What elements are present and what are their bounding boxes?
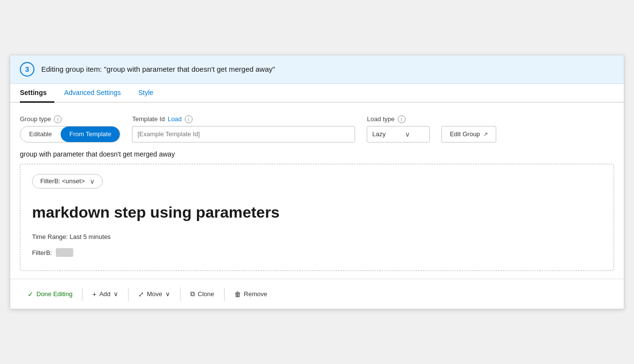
group-type-field: Group type i Editable From Template	[20, 115, 120, 142]
time-range: Time Range: Last 5 minutes	[32, 233, 602, 240]
controls-row: Group type i Editable From Template Temp…	[20, 112, 614, 142]
move-chevron-icon: ∨	[165, 290, 170, 298]
done-editing-button[interactable]: ✓ Done Editing	[20, 286, 80, 302]
edit-group-field: Edit Group ↗	[441, 112, 496, 142]
group-name-label: group with parameter that doesn't get me…	[20, 150, 614, 158]
move-icon: ⤢	[138, 290, 144, 298]
tab-advanced-settings[interactable]: Advanced Settings	[64, 84, 129, 103]
toolbar-sep-1	[82, 287, 82, 301]
step-number: 3	[20, 62, 34, 77]
clone-icon: ⧉	[190, 290, 195, 298]
main-container: 3 Editing group item: "group with parame…	[10, 55, 624, 309]
step-header: 3 Editing group item: "group with parame…	[10, 55, 624, 84]
trash-icon: 🗑	[234, 290, 241, 298]
editable-toggle-btn[interactable]: Editable	[20, 127, 61, 142]
toolbar-sep-2	[128, 287, 129, 301]
remove-button[interactable]: 🗑 Remove	[227, 286, 275, 302]
load-type-label: Load type i	[367, 115, 430, 123]
tab-style[interactable]: Style	[138, 84, 161, 103]
external-link-icon: ↗	[483, 131, 488, 138]
load-type-field: Load type i Lazy ∨	[367, 115, 430, 142]
from-template-toggle-btn[interactable]: From Template	[61, 127, 120, 142]
clone-button[interactable]: ⧉ Clone	[182, 286, 222, 302]
toolbar-sep-3	[180, 287, 180, 301]
edit-group-button[interactable]: Edit Group ↗	[441, 126, 496, 142]
check-icon: ✓	[28, 290, 33, 298]
add-chevron-icon: ∨	[114, 290, 118, 298]
group-type-label: Group type i	[20, 115, 120, 123]
step-title: Editing group item: "group with paramete…	[41, 65, 275, 73]
group-type-info-icon[interactable]: i	[54, 115, 62, 123]
toolbar-sep-4	[224, 287, 225, 301]
filterb-row: FilterB:	[32, 248, 602, 257]
group-type-toggle: Editable From Template	[20, 126, 120, 142]
template-id-label: Template Id Load i	[132, 115, 355, 123]
tabs-row: Settings Advanced Settings Style	[10, 84, 624, 103]
template-id-info-icon[interactable]: i	[185, 115, 193, 123]
plus-icon: +	[92, 290, 96, 298]
template-id-field: Template Id Load i [Example Template Id]	[132, 115, 355, 142]
filter-b-chevron-icon: ∨	[90, 177, 95, 185]
filterb-tag	[56, 248, 73, 257]
load-type-info-icon[interactable]: i	[398, 115, 406, 123]
content-area: Group type i Editable From Template Temp…	[10, 103, 624, 271]
markdown-heading: markdown step using parameters	[32, 203, 602, 222]
move-button[interactable]: ⤢ Move ∨	[130, 286, 178, 302]
template-id-input[interactable]: [Example Template Id]	[132, 126, 355, 142]
tab-settings[interactable]: Settings	[20, 84, 54, 103]
load-type-chevron-icon: ∨	[405, 130, 410, 138]
add-button[interactable]: + Add ∨	[84, 286, 126, 302]
template-load-link[interactable]: Load	[168, 115, 182, 123]
filter-b-dropdown[interactable]: FilterB: <unset> ∨	[32, 174, 103, 189]
bottom-toolbar: ✓ Done Editing + Add ∨ ⤢ Move ∨ ⧉ Clone …	[10, 279, 624, 309]
load-type-dropdown[interactable]: Lazy ∨	[367, 126, 430, 142]
dashed-content-area: FilterB: <unset> ∨ markdown step using p…	[20, 164, 614, 271]
